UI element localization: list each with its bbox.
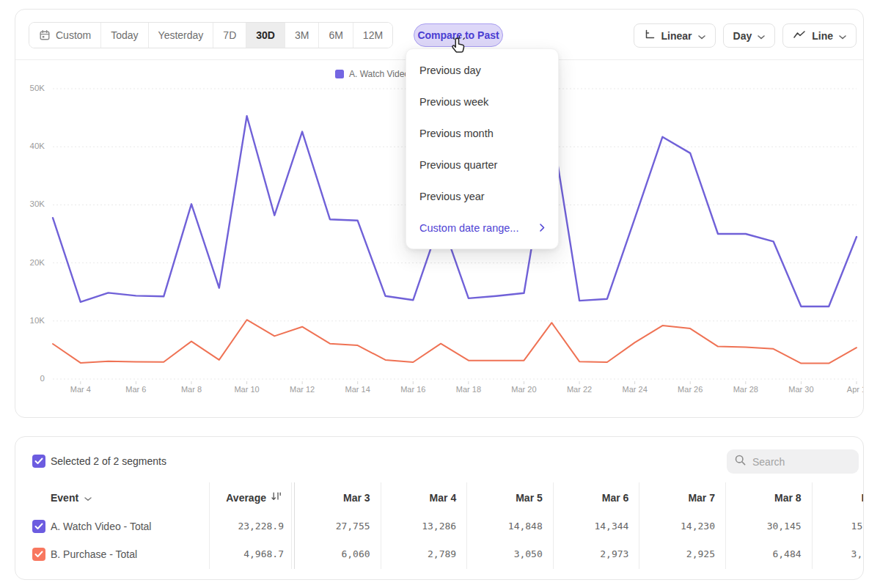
average-column-header[interactable]: Average (226, 483, 282, 512)
value-cell: 2,973 (553, 540, 639, 568)
x-axis-tick-label: Mar 10 (225, 385, 269, 394)
custom-date-range-label: Custom date range... (419, 222, 518, 234)
menu-item-previous-day[interactable]: Previous day (406, 54, 558, 86)
value-cell: 15, (812, 512, 864, 540)
y-axis-tick-label: 30K (15, 199, 45, 208)
value-cell: 30,145 (725, 512, 812, 540)
x-axis-tick-label: Mar 12 (280, 385, 324, 394)
y-axis-tick-label: 10K (15, 316, 45, 325)
y-axis-tick-label: 20K (15, 258, 45, 267)
x-axis-tick-label: Mar 4 (59, 385, 103, 394)
date-column-header: Mar 8 (725, 483, 812, 512)
x-axis-tick-label: Mar 26 (668, 385, 712, 394)
value-cell: 3, (812, 540, 864, 568)
value-cell: 6,484 (725, 540, 812, 568)
date-column-header: M (812, 483, 864, 512)
segment-row-label[interactable]: A. Watch Video - Total (51, 512, 151, 540)
select-all-checkbox[interactable] (32, 455, 45, 468)
x-axis-tick-label: Mar 22 (557, 385, 601, 394)
segments-panel: Selected 2 of 2 segments Event Average M… (15, 436, 864, 580)
date-column-header: Mar 6 (553, 483, 639, 512)
analytics-dashboard: CustomTodayYesterday7D30D3M6M12M Compare… (0, 0, 880, 588)
x-axis-tick-label: Mar 8 (169, 385, 213, 394)
x-axis-tick-label: Mar 28 (724, 385, 768, 394)
sort-descending-icon (271, 483, 282, 512)
value-cell: 14,344 (553, 512, 639, 540)
chevron-down-icon (84, 483, 92, 512)
x-axis-tick-label: Mar 14 (336, 385, 380, 394)
row-checkbox-a-watch-video-total[interactable] (32, 520, 45, 533)
value-cell: 14,848 (466, 512, 553, 540)
x-axis-tick-label: Mar 20 (502, 385, 546, 394)
segment-search (727, 449, 859, 474)
value-cell: 14,230 (639, 512, 725, 540)
menu-item-custom-date-range[interactable]: Custom date range... (406, 212, 558, 243)
x-axis-tick-label: Mar 6 (114, 385, 158, 394)
selected-segments-label: Selected 2 of 2 segments (51, 455, 166, 467)
average-value-cell: 4,968.7 (206, 540, 294, 568)
value-cell: 27,755 (294, 512, 381, 540)
y-axis-tick-label: 40K (15, 142, 45, 150)
x-axis-tick-label: Mar 24 (613, 385, 657, 394)
row-checkbox-b-purchase-total[interactable] (32, 548, 45, 561)
y-axis-tick-label: 50K (15, 84, 45, 92)
event-column-header[interactable]: Event (51, 483, 92, 512)
value-cell: 3,050 (466, 540, 553, 568)
menu-item-previous-year[interactable]: Previous year (406, 180, 558, 212)
x-axis-tick-label: Mar 16 (391, 385, 435, 394)
x-axis-tick-label: Mar 30 (779, 385, 823, 394)
menu-item-previous-week[interactable]: Previous week (406, 86, 558, 117)
search-icon (734, 454, 747, 469)
date-column-header: Mar 4 (381, 483, 467, 512)
search-input[interactable] (752, 456, 848, 468)
average-header-label: Average (226, 483, 266, 512)
chevron-right-icon (540, 222, 545, 234)
value-cell: 6,060 (294, 540, 381, 568)
value-cell: 2,925 (639, 540, 725, 568)
menu-item-previous-month[interactable]: Previous month (406, 117, 558, 149)
compare-to-past-menu: Previous dayPrevious weekPrevious monthP… (406, 48, 559, 249)
y-axis-tick-label: 0 (15, 374, 45, 383)
date-column-header: Mar 7 (639, 483, 725, 512)
average-value-cell: 23,228.9 (206, 512, 294, 540)
date-column-header: Mar 3 (294, 483, 381, 512)
value-cell: 13,286 (381, 512, 467, 540)
value-cell: 2,789 (381, 540, 467, 568)
date-column-header: Mar 5 (466, 483, 553, 512)
x-axis-tick-label: Apr 1 (835, 385, 864, 394)
event-header-label: Event (51, 483, 78, 512)
x-axis-tick-label: Mar 18 (447, 385, 491, 394)
segment-row-label[interactable]: B. Purchase - Total (51, 540, 137, 568)
menu-item-previous-quarter[interactable]: Previous quarter (406, 149, 558, 180)
